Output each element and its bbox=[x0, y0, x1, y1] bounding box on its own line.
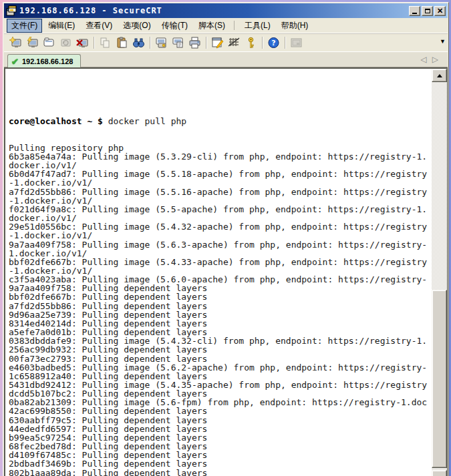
toolbar-separator bbox=[262, 37, 263, 49]
shell-prompt: core@localhost ~ $ bbox=[9, 116, 108, 126]
find-icon bbox=[132, 37, 145, 49]
output-line: a7fd2d55bb86: Pulling image (5.5.16-apac… bbox=[9, 188, 432, 196]
close-button[interactable]: ✕ bbox=[434, 6, 446, 16]
menu-options[interactable]: 选项(O) bbox=[118, 19, 155, 33]
connect-in-tab-icon bbox=[43, 37, 55, 49]
scrollbar-thumb[interactable] bbox=[432, 290, 447, 468]
output-line: 2bdbadf3469b: Pulling dependent layers bbox=[9, 459, 432, 468]
connect-button[interactable] bbox=[24, 35, 41, 51]
print-setup-button[interactable] bbox=[153, 35, 170, 51]
tab-scroll-left-icon[interactable]: ◁ bbox=[421, 55, 432, 64]
output-line: 1.docker.io/v1/ bbox=[9, 249, 432, 258]
output-line: e4603badbed5: Pulling image (5.6.2-apach… bbox=[9, 363, 432, 372]
print-setup-icon bbox=[155, 37, 168, 49]
output-line: 42ac699b8550: Pulling dependent layers bbox=[9, 407, 432, 415]
session-tab[interactable]: ✔ 192.168.66.128 bbox=[7, 54, 81, 68]
menu-view[interactable]: 查看(V) bbox=[81, 19, 117, 33]
print-icon bbox=[188, 37, 201, 49]
disconnect-icon bbox=[76, 37, 89, 49]
menu-transfer[interactable]: 传输(T) bbox=[157, 19, 192, 33]
output-line: 256ac99db932: Pulling dependent layers bbox=[9, 345, 432, 354]
session-manager-icon bbox=[290, 37, 303, 49]
keymap-icon bbox=[228, 37, 241, 49]
help-button[interactable]: ? bbox=[265, 35, 282, 51]
menu-bar: 文件(F) 编辑(E) 查看(V) 选项(O) 传输(T) 脚本(S) 工具(L… bbox=[4, 18, 448, 33]
minimize-icon bbox=[412, 13, 417, 14]
toolbar-separator bbox=[150, 37, 150, 49]
output-line: 630aabff79c5: Pulling dependent layers bbox=[9, 416, 432, 425]
session-options-icon bbox=[211, 37, 224, 49]
output-lines: Pulling repository php6b3a85e4a74a: Pull… bbox=[9, 144, 432, 476]
key-icon bbox=[245, 37, 257, 49]
close-icon: ✕ bbox=[437, 7, 443, 15]
menu-separator bbox=[234, 21, 235, 30]
toolbar-separator bbox=[285, 37, 285, 49]
help-icon: ? bbox=[267, 37, 280, 49]
menu-tools[interactable]: 工具(L) bbox=[240, 19, 275, 33]
quick-connect-button[interactable] bbox=[7, 35, 24, 51]
tab-scroll-right-icon[interactable]: ▷ bbox=[432, 55, 444, 64]
reconnect-button bbox=[57, 35, 74, 51]
maximize-button[interactable] bbox=[422, 6, 433, 16]
output-line: -1.docker.io/v1/ bbox=[9, 178, 432, 187]
menu-edit[interactable]: 编辑(E) bbox=[43, 19, 80, 33]
quick-connect-icon bbox=[9, 37, 22, 49]
toolbar: ? ▼ bbox=[4, 33, 448, 51]
maximize-icon bbox=[425, 9, 430, 13]
tab-bar: ✔ 192.168.66.128 ◁▷ bbox=[4, 51, 448, 67]
scroll-down-button[interactable] bbox=[432, 470, 447, 476]
output-line: 9a7aa409f758: Pulling image (5.6.3-apach… bbox=[9, 240, 432, 249]
toolbar-separator bbox=[206, 37, 206, 49]
reconnect-icon bbox=[59, 37, 72, 49]
command-text: docker pull php bbox=[108, 116, 186, 126]
paste-button[interactable] bbox=[114, 35, 130, 51]
connect-icon bbox=[26, 37, 39, 49]
copy-button bbox=[97, 35, 114, 51]
session-manager-button bbox=[288, 35, 305, 51]
scroll-up-button[interactable] bbox=[432, 69, 447, 82]
paste-icon bbox=[116, 37, 128, 49]
tab-scroll-arrows[interactable]: ◁▷ bbox=[421, 55, 444, 64]
output-line: bbf02dfe667b: Pulling image (5.4.33-apac… bbox=[9, 258, 432, 266]
svg-text:?: ? bbox=[271, 39, 275, 47]
output-line: 00fa73ec2793: Pulling dependent layers bbox=[9, 354, 432, 363]
output-line: a7fd2d55bb86: Pulling dependent layers bbox=[9, 302, 432, 310]
output-line: bbf02dfe667b: Pulling dependent layers bbox=[9, 292, 432, 301]
output-line: -1.docker.io/v1/ bbox=[9, 196, 432, 205]
securecrt-window: 192.168.66.128 - SecureCRT ✕ 文件(F) 编辑(E)… bbox=[3, 2, 449, 476]
key-agent-button[interactable] bbox=[243, 35, 259, 51]
print-preview-button[interactable] bbox=[170, 35, 186, 51]
session-tab-label: 192.168.66.128 bbox=[22, 57, 73, 65]
output-line: 44ededfd6597: Pulling dependent layers bbox=[9, 425, 432, 433]
title-bar[interactable]: 192.168.66.128 - SecureCRT ✕ bbox=[4, 3, 448, 18]
prompt-line: core@localhost ~ $ docker pull php bbox=[9, 117, 432, 126]
copy-icon bbox=[99, 37, 112, 49]
scroll-up-icon bbox=[437, 74, 442, 77]
output-line: 802b1aaa89da: Pulling dependent layers bbox=[9, 469, 432, 476]
terminal-frame: core@localhost ~ $ docker pull php Pulli… bbox=[4, 67, 448, 476]
app-icon bbox=[6, 5, 17, 16]
menu-help[interactable]: 帮助(H) bbox=[277, 19, 313, 33]
window-title: 192.168.66.128 - SecureCRT bbox=[19, 6, 409, 15]
print-preview-icon bbox=[172, 37, 184, 49]
disconnect-button[interactable] bbox=[74, 35, 91, 51]
find-button[interactable] bbox=[130, 35, 147, 51]
session-options-button[interactable] bbox=[209, 35, 226, 51]
toolbar-overflow-icon[interactable]: ▼ bbox=[440, 39, 446, 45]
output-line: 9d96aa25e739: Pulling dependent layers bbox=[9, 310, 432, 319]
output-line: -1.docker.io/v1/ bbox=[9, 231, 432, 240]
menu-file[interactable]: 文件(F) bbox=[7, 19, 42, 33]
menu-script[interactable]: 脚本(S) bbox=[194, 19, 230, 33]
vertical-scrollbar[interactable] bbox=[432, 69, 447, 476]
connected-check-icon: ✔ bbox=[11, 57, 19, 67]
connect-in-tab-button[interactable] bbox=[41, 35, 57, 51]
print-button[interactable] bbox=[186, 35, 203, 51]
minimize-button[interactable] bbox=[409, 6, 420, 16]
terminal-output[interactable]: core@localhost ~ $ docker pull php Pulli… bbox=[5, 69, 432, 476]
output-line: Pulling repository php bbox=[9, 144, 432, 152]
toolbar-separator bbox=[94, 37, 94, 49]
keymap-button[interactable] bbox=[226, 35, 243, 51]
